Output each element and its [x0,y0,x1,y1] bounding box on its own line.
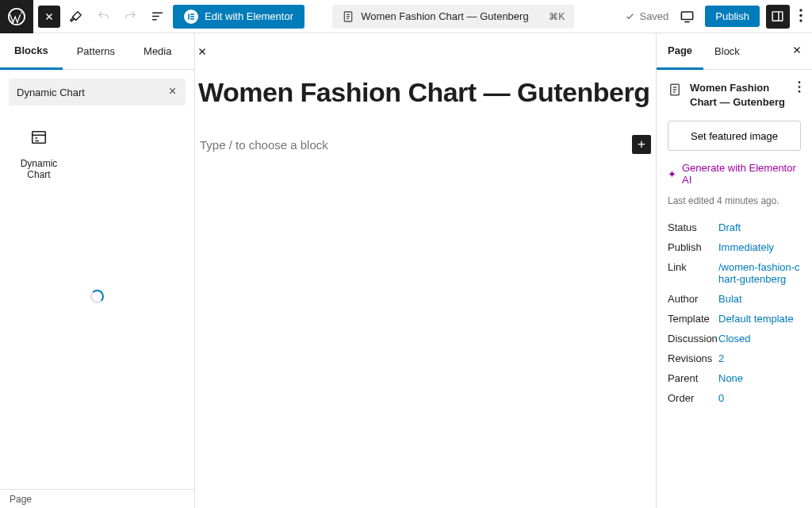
document-overview-icon[interactable] [146,6,168,28]
default-block-appender[interactable]: Type / to choose a block + [198,135,653,154]
tab-media[interactable]: Media [129,33,186,69]
page-icon [342,10,354,23]
summary-value-status[interactable]: Draft [718,221,741,233]
editor-canvas[interactable]: Women Fashion Chart — Gutenberg Type / t… [195,33,656,508]
block-result-label: Dynamic Chart [13,158,65,180]
block-result-dynamic-chart[interactable]: Dynamic Chart [8,121,70,188]
view-responsive-icon[interactable] [675,5,699,29]
inserter-panel: Blocks Patterns Media Dynamic Chart [0,33,195,508]
svg-point-9 [799,13,802,16]
loading-spinner [90,290,104,303]
summary-key: Publish [668,241,714,253]
tab-blocks[interactable]: Blocks [0,34,63,70]
publish-label: Publish [715,10,749,22]
topbar: Edit with Elementor Women Fashion Chart … [0,0,812,33]
svg-rect-1 [188,13,190,20]
page-actions-icon[interactable] [798,81,801,95]
ai-label: Generate with Elementor AI [682,162,801,186]
settings-sidebar-toggle[interactable] [766,5,790,29]
summary-key: Order [668,392,714,404]
summary-key: Template [668,313,714,325]
saved-status: Saved [625,10,668,22]
inserter-tabs: Blocks Patterns Media [0,33,194,70]
svg-rect-4 [190,18,194,20]
summary-row-author: AuthorBulat [668,289,801,309]
wordpress-logo[interactable] [0,0,33,33]
block-search-input[interactable] [9,79,186,106]
svg-point-13 [799,81,801,83]
close-button[interactable] [38,6,60,28]
breadcrumb[interactable]: Page [0,489,194,508]
summary-key: Discussion [668,333,714,344]
generate-with-ai-link[interactable]: ✦ Generate with Elementor AI [668,162,801,186]
page-icon [668,83,682,99]
summary-value-template[interactable]: Default template [718,313,794,325]
summary-value-parent[interactable]: None [718,372,743,384]
svg-point-14 [799,86,801,88]
add-block-button[interactable]: + [632,135,651,154]
summary-row-order: Order0 [668,388,801,408]
summary-row-parent: ParentNone [668,368,801,388]
svg-rect-2 [190,13,194,15]
summary-row-publish: PublishImmediately [668,237,801,257]
saved-label: Saved [639,10,668,22]
options-menu-icon[interactable] [796,6,806,28]
last-edited-text: Last edited 4 minutes ago. [668,195,801,206]
settings-panel: Page Block Women Fashion Chart — Gutenbe… [656,33,812,508]
settings-close-icon[interactable] [782,44,812,59]
document-title-bar[interactable]: Women Fashion Chart — Gutenberg ⌘K [332,5,574,29]
tab-patterns[interactable]: Patterns [63,33,129,69]
sparkle-icon: ✦ [668,168,676,180]
tab-block[interactable]: Block [703,33,751,69]
settings-page-title: Women Fashion Chart — Gutenberg [690,81,790,110]
svg-rect-6 [681,12,692,19]
summary-value-revisions[interactable]: 2 [718,352,724,364]
summary-value-author[interactable]: Bulat [718,293,742,305]
page-title[interactable]: Women Fashion Chart — Gutenberg [198,77,653,108]
summary-row-revisions: Revisions2 [668,348,801,368]
summary-key: Author [668,293,714,305]
document-title: Women Fashion Chart — Gutenberg [361,10,528,22]
inserter-close-icon[interactable] [186,33,219,69]
command-shortcut: ⌘K [549,11,565,22]
tab-page[interactable]: Page [657,34,703,70]
settings-tabs: Page Block [657,33,812,70]
set-featured-image-button[interactable]: Set featured image [668,121,801,151]
summary-row-discussion: DiscussionClosed [668,329,801,348]
redo-icon[interactable] [119,6,141,28]
edit-with-elementor-button[interactable]: Edit with Elementor [173,5,304,29]
svg-rect-7 [773,12,783,21]
svg-point-10 [799,19,802,21]
svg-point-15 [799,90,801,93]
svg-rect-3 [190,16,194,17]
check-icon [625,11,635,21]
elementor-label: Edit with Elementor [205,10,293,22]
summary-key: Revisions [668,352,714,364]
publish-button[interactable]: Publish [705,6,760,27]
summary-key: Link [668,261,714,273]
tools-icon[interactable] [65,6,87,28]
svg-point-8 [799,9,802,11]
search-clear-icon[interactable] [167,85,178,99]
summary-key: Parent [668,372,714,384]
summary-value-publish[interactable]: Immediately [718,241,774,253]
block-placeholder-text: Type / to choose a block [200,138,328,152]
summary-key: Status [668,221,714,233]
undo-icon[interactable] [92,6,114,28]
summary-row-template: TemplateDefault template [668,309,801,329]
summary-value-order[interactable]: 0 [718,392,724,404]
elementor-icon [184,10,198,24]
summary-row-status: StatusDraft [668,217,801,237]
summary-row-link: Link/women-fashion-chart-gutenberg [668,257,801,289]
block-search-field[interactable] [17,87,167,98]
summary-value-discussion[interactable]: Closed [718,333,750,344]
chart-icon [30,129,48,150]
summary-value-link[interactable]: /women-fashion-chart-gutenberg [718,261,801,285]
